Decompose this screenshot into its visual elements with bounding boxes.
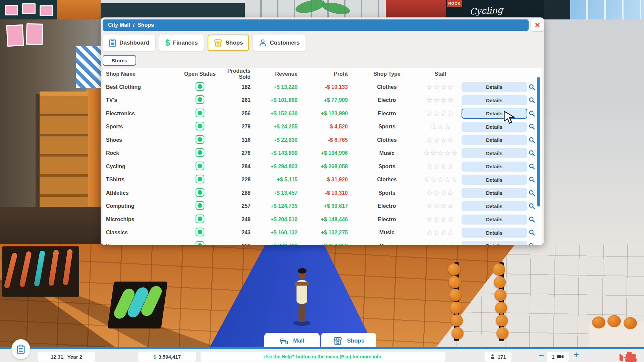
details-button[interactable]: Details [462,95,527,105]
open-status-toggle[interactable] [196,162,204,170]
shop-type: Sports [353,190,421,196]
locate-shop-button[interactable] [529,216,535,223]
shop-name: Shoes [106,137,180,143]
open-status-toggle[interactable] [196,122,204,130]
bottom-tab-mall[interactable]: Mall [264,333,320,349]
locate-shop-button[interactable] [529,243,535,245]
details-button[interactable]: Details [462,215,527,225]
shop-type: Electro [353,217,421,223]
right-wall [544,19,644,245]
close-button[interactable]: ✕ [531,19,544,31]
magnifier-icon [529,216,535,223]
open-status-toggle[interactable] [196,109,204,117]
shop-name: Best Clothing [106,84,180,90]
table-scrollbar[interactable] [537,77,540,206]
locate-shop-button[interactable] [529,97,535,104]
details-button[interactable]: Details [462,148,527,158]
staff-rating-stars: ☆☆☆☆ [421,83,460,91]
dark-storefront [0,0,57,19]
tab-label: Finances [173,40,198,46]
table-row: Shoes 316 +$ 22,830 -$ 6,765 Clothes ☆☆☆… [103,133,542,147]
open-status-toggle[interactable] [196,188,204,197]
locate-shop-button[interactable] [529,150,535,157]
col-shop-type: Shop Type [353,71,421,77]
profit-value: +$ 104,996 [302,150,353,156]
staff-rating-stars: ☆☆☆☆ [421,242,460,245]
open-status-toggle[interactable] [196,241,204,245]
details-button[interactable]: Details [462,201,527,211]
staff-rating-stars: ☆☆☆☆ [421,136,460,144]
open-status-toggle[interactable] [196,228,204,236]
open-status-toggle[interactable] [196,215,204,223]
open-status-toggle[interactable] [196,95,204,104]
wall-picture [40,5,53,16]
money-amount: 3,594,417 [158,354,181,360]
details-button[interactable]: Details [462,82,527,92]
table-header: Shop Name Open Status Products Sold Reve… [103,68,542,80]
profit-value: +$ 123,990 [302,111,353,117]
storefront-icon [214,39,222,47]
profit-value: -$ 10,310 [302,190,353,196]
revenue-value: +$ 160,132 [255,230,302,236]
shop-type: Sports [353,164,421,170]
locate-shop-button[interactable] [529,84,535,90]
date-display: 12.31. Year 2 [38,352,95,362]
table-row: Microchips 249 +$ 204,510 +$ 148,446 Ele… [103,213,542,226]
open-status-toggle[interactable] [196,82,204,91]
shop-type: Electro [353,111,421,117]
stores-subtab[interactable]: Stores [103,55,136,66]
shop-type: Music [353,230,421,236]
zoom-out-button[interactable]: − [537,350,546,361]
details-button[interactable]: Details [462,188,527,198]
table-row: Athletics 288 +$ 13,457 -$ 10,310 Sports… [103,186,542,200]
locate-shop-button[interactable] [529,123,535,130]
details-button[interactable]: Details [462,228,527,238]
clipboard-icon [109,39,116,47]
profit-value: +$ 99,617 [302,203,353,209]
locate-shop-button[interactable] [529,110,535,117]
details-button[interactable]: Details [462,241,527,245]
products-sold: 243 [220,230,255,236]
bottom-tab-shops[interactable]: Shops [321,333,376,349]
open-status-toggle[interactable] [196,148,204,157]
menu-button[interactable] [11,339,30,359]
details-button[interactable]: Details [462,109,527,119]
red-shop-sign-wall [386,0,446,19]
products-sold: 249 [220,217,255,223]
profit-value: -$ 31,920 [302,177,353,183]
zoom-in-button[interactable]: + [572,350,581,361]
products-sold: 228 [220,177,255,183]
col-profit: Profit [302,71,353,77]
tab-label: Shops [225,40,243,46]
open-status-toggle[interactable] [196,201,204,210]
details-button[interactable]: Details [462,175,527,185]
furniture-icon [280,337,288,345]
tab-finances[interactable]: $ Finances [159,35,204,51]
tab-shops[interactable]: Shops [208,35,249,51]
locate-shop-button[interactable] [529,176,535,183]
locate-shop-button[interactable] [529,190,535,196]
shop-name: Electronics [106,111,180,117]
col-open-status: Open Status [180,71,220,77]
details-button[interactable]: Details [462,122,527,132]
table-row: TShirts 228 +$ 5,115 -$ 31,920 Clothes ☆… [103,173,542,187]
details-button[interactable]: Details [462,135,527,145]
zoom-level-value: 1 [552,354,554,360]
staff-rating-stars: ☆☆☆☆☆ [421,149,460,157]
locate-shop-button[interactable] [529,163,535,170]
products-sold: 282 [220,243,255,245]
locate-shop-button[interactable] [529,137,535,143]
bulldozer-button[interactable] [619,351,640,362]
tab-dashboard[interactable]: Dashboard [103,35,155,51]
details-button[interactable]: Details [462,162,527,172]
pumpkin [607,315,621,327]
shop-name: Sports [106,124,180,130]
revenue-value: +$ 13,457 [255,190,302,196]
skateboard [4,252,18,289]
locate-shop-button[interactable] [529,229,535,236]
tab-customers[interactable]: Customers [253,35,306,51]
open-status-toggle[interactable] [196,135,204,144]
locate-shop-button[interactable] [529,203,535,209]
magnifier-icon [529,176,535,183]
open-status-toggle[interactable] [196,175,204,183]
